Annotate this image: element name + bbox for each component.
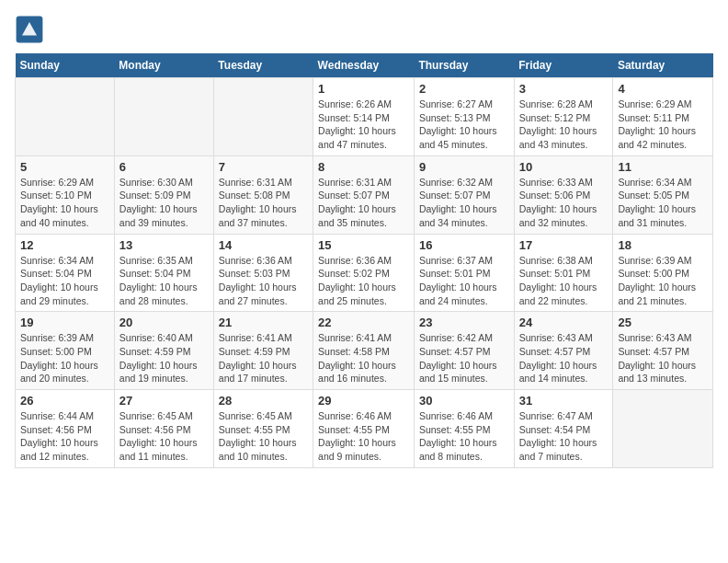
day-info: Sunrise: 6:39 AM Sunset: 5:00 PM Dayligh… [20,331,109,385]
day-info: Sunrise: 6:39 AM Sunset: 5:00 PM Dayligh… [618,254,708,308]
day-number: 18 [618,238,708,252]
day-info: Sunrise: 6:41 AM Sunset: 4:58 PM Dayligh… [318,331,409,385]
calendar-cell: 28Sunrise: 6:45 AM Sunset: 4:55 PM Dayli… [213,390,313,468]
calendar-cell: 11Sunrise: 6:34 AM Sunset: 5:05 PM Dayli… [613,155,713,234]
day-info: Sunrise: 6:33 AM Sunset: 5:06 PM Dayligh… [519,176,609,230]
day-info: Sunrise: 6:43 AM Sunset: 4:57 PM Dayligh… [618,331,708,385]
calendar-cell: 4Sunrise: 6:29 AM Sunset: 5:11 PM Daylig… [613,78,713,156]
calendar-cell: 13Sunrise: 6:35 AM Sunset: 5:04 PM Dayli… [114,234,213,312]
day-number: 6 [119,160,209,174]
day-info: Sunrise: 6:28 AM Sunset: 5:12 PM Dayligh… [519,98,609,152]
calendar-cell: 9Sunrise: 6:32 AM Sunset: 5:07 PM Daylig… [414,155,514,234]
day-info: Sunrise: 6:37 AM Sunset: 5:01 PM Dayligh… [419,254,509,308]
day-number: 3 [519,82,609,96]
day-number: 13 [119,238,209,252]
day-info: Sunrise: 6:26 AM Sunset: 5:14 PM Dayligh… [318,98,409,152]
calendar-cell: 8Sunrise: 6:31 AM Sunset: 5:07 PM Daylig… [313,155,415,234]
day-header-monday: Monday [114,53,213,78]
day-number: 7 [219,160,308,174]
calendar-cell: 3Sunrise: 6:28 AM Sunset: 5:12 PM Daylig… [514,78,613,156]
day-number: 24 [519,316,609,329]
day-header-thursday: Thursday [414,53,514,78]
calendar-cell: 31Sunrise: 6:47 AM Sunset: 4:54 PM Dayli… [514,390,613,468]
calendar-cell: 18Sunrise: 6:39 AM Sunset: 5:00 PM Dayli… [613,234,713,312]
calendar-week-row: 1Sunrise: 6:26 AM Sunset: 5:14 PM Daylig… [16,78,713,156]
day-info: Sunrise: 6:34 AM Sunset: 5:05 PM Dayligh… [618,176,708,230]
calendar-cell: 14Sunrise: 6:36 AM Sunset: 5:03 PM Dayli… [213,234,313,312]
day-info: Sunrise: 6:31 AM Sunset: 5:08 PM Dayligh… [219,176,308,230]
calendar-table: SundayMondayTuesdayWednesdayThursdayFrid… [15,53,713,468]
calendar-cell: 10Sunrise: 6:33 AM Sunset: 5:06 PM Dayli… [514,155,613,234]
day-number: 26 [20,394,109,408]
day-number: 19 [20,316,109,329]
day-info: Sunrise: 6:34 AM Sunset: 5:04 PM Dayligh… [20,254,109,308]
day-info: Sunrise: 6:40 AM Sunset: 4:59 PM Dayligh… [119,331,209,385]
day-number: 16 [419,238,509,252]
day-info: Sunrise: 6:45 AM Sunset: 4:56 PM Dayligh… [119,409,209,464]
day-header-sunday: Sunday [16,53,115,78]
day-info: Sunrise: 6:29 AM Sunset: 5:11 PM Dayligh… [618,98,708,152]
calendar-cell: 24Sunrise: 6:43 AM Sunset: 4:57 PM Dayli… [514,312,613,390]
day-info: Sunrise: 6:43 AM Sunset: 4:57 PM Dayligh… [519,331,609,385]
calendar-cell: 25Sunrise: 6:43 AM Sunset: 4:57 PM Dayli… [613,312,713,390]
calendar-cell: 23Sunrise: 6:42 AM Sunset: 4:57 PM Dayli… [414,312,514,390]
day-info: Sunrise: 6:29 AM Sunset: 5:10 PM Dayligh… [20,176,109,230]
day-number: 12 [20,238,109,252]
day-info: Sunrise: 6:45 AM Sunset: 4:55 PM Dayligh… [219,409,308,464]
calendar-cell: 12Sunrise: 6:34 AM Sunset: 5:04 PM Dayli… [16,234,115,312]
day-info: Sunrise: 6:47 AM Sunset: 4:54 PM Dayligh… [519,409,609,464]
calendar-cell: 19Sunrise: 6:39 AM Sunset: 5:00 PM Dayli… [16,312,115,390]
day-number: 9 [419,160,509,174]
calendar-cell: 29Sunrise: 6:46 AM Sunset: 4:55 PM Dayli… [313,390,415,468]
day-info: Sunrise: 6:32 AM Sunset: 5:07 PM Dayligh… [419,176,509,230]
day-number: 22 [318,316,409,329]
day-info: Sunrise: 6:36 AM Sunset: 5:03 PM Dayligh… [219,254,308,308]
day-info: Sunrise: 6:46 AM Sunset: 4:55 PM Dayligh… [318,409,409,464]
day-info: Sunrise: 6:44 AM Sunset: 4:56 PM Dayligh… [20,409,109,464]
calendar-cell: 17Sunrise: 6:38 AM Sunset: 5:01 PM Dayli… [514,234,613,312]
day-number: 27 [119,394,209,408]
day-number: 17 [519,238,609,252]
day-number: 4 [618,82,708,96]
day-number: 2 [419,82,509,96]
logo-icon [15,15,44,44]
calendar-cell: 21Sunrise: 6:41 AM Sunset: 4:59 PM Dayli… [213,312,313,390]
day-info: Sunrise: 6:41 AM Sunset: 4:59 PM Dayligh… [219,331,308,385]
calendar-cell: 15Sunrise: 6:36 AM Sunset: 5:02 PM Dayli… [313,234,415,312]
calendar-week-row: 5Sunrise: 6:29 AM Sunset: 5:10 PM Daylig… [16,155,713,234]
calendar-cell: 7Sunrise: 6:31 AM Sunset: 5:08 PM Daylig… [213,155,313,234]
header [15,15,713,44]
calendar-cell: 26Sunrise: 6:44 AM Sunset: 4:56 PM Dayli… [16,390,115,468]
calendar-week-row: 19Sunrise: 6:39 AM Sunset: 5:00 PM Dayli… [16,312,713,390]
day-info: Sunrise: 6:42 AM Sunset: 4:57 PM Dayligh… [419,331,509,385]
day-header-tuesday: Tuesday [213,53,313,78]
calendar-cell [213,78,313,156]
day-header-saturday: Saturday [613,53,713,78]
day-number: 23 [419,316,509,329]
day-info: Sunrise: 6:31 AM Sunset: 5:07 PM Dayligh… [318,176,409,230]
day-number: 5 [20,160,109,174]
day-header-friday: Friday [514,53,613,78]
day-info: Sunrise: 6:36 AM Sunset: 5:02 PM Dayligh… [318,254,409,308]
day-info: Sunrise: 6:30 AM Sunset: 5:09 PM Dayligh… [119,176,209,230]
day-number: 11 [618,160,708,174]
day-number: 28 [219,394,308,408]
day-number: 21 [219,316,308,329]
calendar-week-row: 26Sunrise: 6:44 AM Sunset: 4:56 PM Dayli… [16,390,713,468]
calendar-week-row: 12Sunrise: 6:34 AM Sunset: 5:04 PM Dayli… [16,234,713,312]
calendar-header-row: SundayMondayTuesdayWednesdayThursdayFrid… [16,53,713,78]
calendar-cell: 5Sunrise: 6:29 AM Sunset: 5:10 PM Daylig… [16,155,115,234]
calendar-cell: 6Sunrise: 6:30 AM Sunset: 5:09 PM Daylig… [114,155,213,234]
calendar-cell: 27Sunrise: 6:45 AM Sunset: 4:56 PM Dayli… [114,390,213,468]
calendar-cell: 22Sunrise: 6:41 AM Sunset: 4:58 PM Dayli… [313,312,415,390]
day-number: 29 [318,394,409,408]
day-number: 1 [318,82,409,96]
day-number: 31 [519,394,609,408]
calendar-cell: 20Sunrise: 6:40 AM Sunset: 4:59 PM Dayli… [114,312,213,390]
day-number: 30 [419,394,509,408]
logo [15,15,48,44]
day-info: Sunrise: 6:35 AM Sunset: 5:04 PM Dayligh… [119,254,209,308]
calendar-cell [16,78,115,156]
day-info: Sunrise: 6:38 AM Sunset: 5:01 PM Dayligh… [519,254,609,308]
day-number: 14 [219,238,308,252]
